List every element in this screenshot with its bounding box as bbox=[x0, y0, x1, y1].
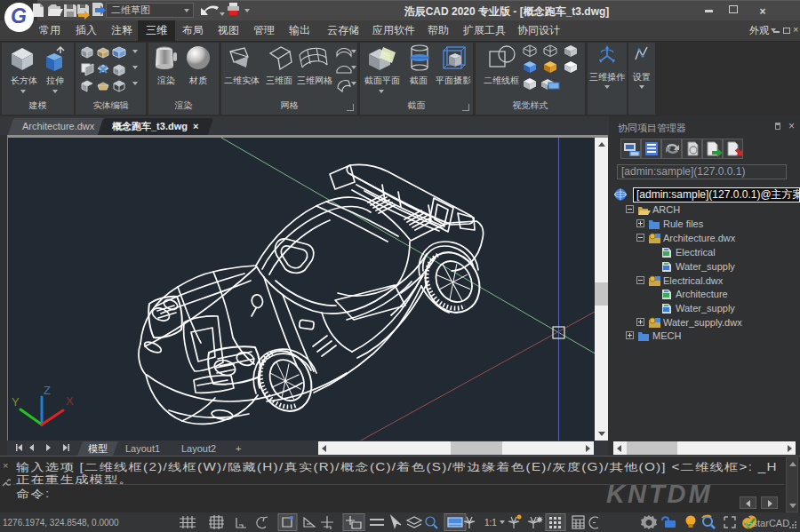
svg-text:X: X bbox=[66, 394, 74, 408]
svg-text:Z: Z bbox=[44, 384, 51, 397]
svg-text:Y: Y bbox=[12, 395, 20, 409]
